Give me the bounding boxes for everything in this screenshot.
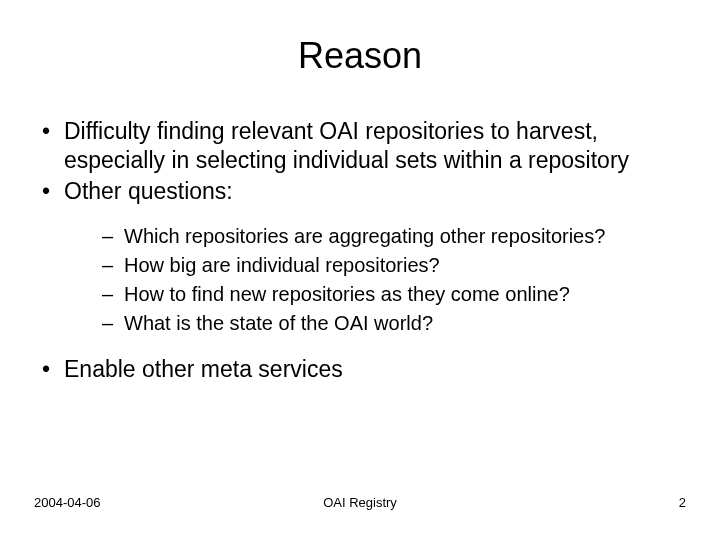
footer-title: OAI Registry (251, 495, 468, 510)
bullet-item: Other questions: Which repositories are … (42, 177, 690, 338)
sub-bullet-item: How to find new repositories as they com… (102, 281, 690, 308)
footer-date: 2004-04-06 (34, 495, 251, 510)
sub-bullet-item: What is the state of the OAI world? (102, 310, 690, 337)
sub-bullet-item: Which repositories are aggregating other… (102, 223, 690, 250)
slide: Reason Difficulty finding relevant OAI r… (0, 0, 720, 540)
slide-footer: 2004-04-06 OAI Registry 2 (30, 495, 690, 520)
sub-bullet-list: Which repositories are aggregating other… (64, 223, 690, 337)
slide-title: Reason (30, 35, 690, 77)
slide-content: Difficulty finding relevant OAI reposito… (30, 117, 690, 495)
bullet-text: Other questions: (64, 178, 233, 204)
bullet-item: Enable other meta services (42, 355, 690, 384)
bullet-list: Difficulty finding relevant OAI reposito… (30, 117, 690, 384)
footer-page-number: 2 (469, 495, 686, 510)
sub-bullet-item: How big are individual repositories? (102, 252, 690, 279)
bullet-item: Difficulty finding relevant OAI reposito… (42, 117, 690, 175)
